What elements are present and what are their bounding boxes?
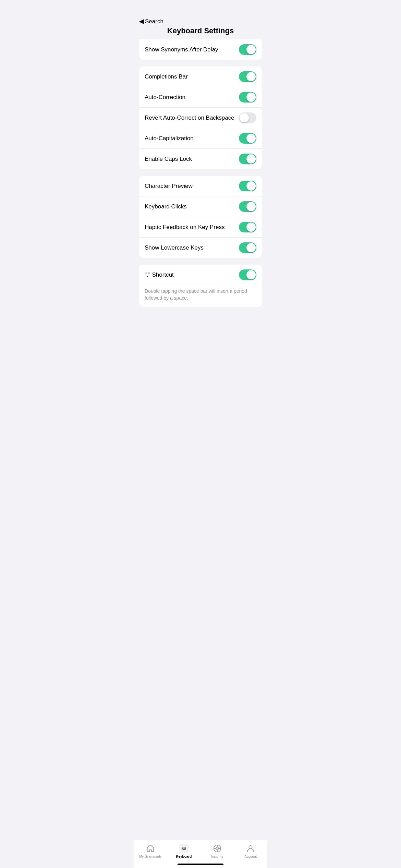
- toggle-knob-auto-capitalization: [246, 134, 256, 143]
- toggle-period-shortcut[interactable]: [239, 269, 256, 280]
- toggle-auto-correction[interactable]: [239, 92, 256, 103]
- main-content: Show Synonyms After Delay Completions Ba…: [134, 39, 267, 348]
- setting-row-show-lowercase: Show Lowercase Keys: [139, 238, 262, 258]
- shortcut-hint-text: Double tapping the space bar will insert…: [139, 285, 262, 307]
- toggle-completions-bar[interactable]: [239, 71, 256, 82]
- setting-row-auto-capitalization: Auto-Capitalization: [139, 128, 262, 149]
- toggle-knob-character-preview: [246, 181, 256, 191]
- toggle-enable-caps-lock[interactable]: [239, 154, 256, 164]
- toggle-auto-capitalization[interactable]: [239, 133, 256, 144]
- back-chevron-icon: ◀: [139, 18, 144, 25]
- setting-label-completions-bar: Completions Bar: [145, 73, 239, 80]
- toggle-knob-revert-auto-correct: [240, 113, 249, 122]
- setting-label-revert-auto-correct: Revert Auto-Correct on Backspace: [145, 114, 239, 121]
- setting-row-completions-bar: Completions Bar: [139, 67, 262, 87]
- setting-label-keyboard-clicks: Keyboard Clicks: [145, 203, 239, 210]
- setting-label-enable-caps-lock: Enable Caps Lock: [145, 156, 239, 162]
- toggle-knob-haptic-feedback: [246, 222, 256, 232]
- back-label: Search: [145, 18, 163, 25]
- toggle-knob-keyboard-clicks: [246, 202, 256, 211]
- back-button[interactable]: ◀ Search: [139, 18, 163, 25]
- setting-row-revert-auto-correct: Revert Auto-Correct on Backspace: [139, 108, 262, 128]
- toggle-show-lowercase[interactable]: [239, 242, 256, 253]
- toggle-show-synonyms[interactable]: [239, 44, 256, 55]
- setting-row-period-shortcut: "." Shortcut: [139, 265, 262, 285]
- setting-row-character-preview: Character Preview: [139, 176, 262, 196]
- setting-row-show-synonyms: Show Synonyms After Delay: [139, 39, 262, 60]
- section-feedback: Character Preview Keyboard Clicks Haptic…: [139, 176, 262, 258]
- toggle-revert-auto-correct[interactable]: [239, 112, 256, 123]
- section-shortcut: "." Shortcut Double tapping the space ba…: [139, 265, 262, 307]
- setting-label-period-shortcut: "." Shortcut: [145, 272, 239, 278]
- nav-header: ◀ Search Keyboard Settings: [134, 15, 267, 39]
- setting-row-keyboard-clicks: Keyboard Clicks: [139, 196, 262, 217]
- setting-label-haptic-feedback: Haptic Feedback on Key Press: [145, 224, 239, 231]
- toggle-knob-completions-bar: [246, 72, 256, 81]
- setting-row-auto-correction: Auto-Correction: [139, 87, 262, 108]
- section-top-partial: Show Synonyms After Delay: [139, 39, 262, 60]
- toggle-knob-auto-correction: [246, 93, 256, 102]
- setting-label-auto-correction: Auto-Correction: [145, 94, 239, 101]
- toggle-knob-show-lowercase: [246, 243, 256, 252]
- setting-label-show-synonyms: Show Synonyms After Delay: [145, 46, 239, 53]
- toggle-haptic-feedback[interactable]: [239, 222, 256, 232]
- setting-label-show-lowercase: Show Lowercase Keys: [145, 244, 239, 251]
- setting-row-enable-caps-lock: Enable Caps Lock: [139, 149, 262, 169]
- page-title: Keyboard Settings: [139, 26, 262, 35]
- setting-label-auto-capitalization: Auto-Capitalization: [145, 135, 239, 142]
- toggle-keyboard-clicks[interactable]: [239, 201, 256, 212]
- setting-label-character-preview: Character Preview: [145, 183, 239, 190]
- toggle-knob-enable-caps-lock: [246, 154, 256, 164]
- toggle-knob-period-shortcut: [246, 270, 256, 279]
- section-corrections: Completions Bar Auto-Correction Revert A…: [139, 67, 262, 169]
- toggle-character-preview[interactable]: [239, 181, 256, 191]
- toggle-knob-show-synonyms: [246, 45, 256, 54]
- setting-row-haptic-feedback: Haptic Feedback on Key Press: [139, 217, 262, 238]
- status-bar: [134, 0, 267, 15]
